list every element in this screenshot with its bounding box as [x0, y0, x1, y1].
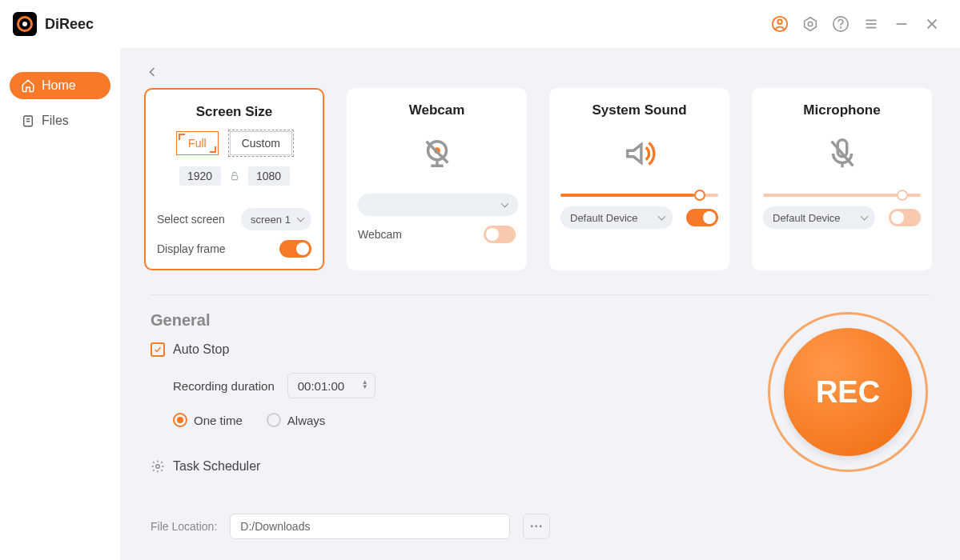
back-button[interactable]	[144, 64, 160, 80]
file-location-label: File Location:	[151, 520, 217, 533]
always-radio[interactable]: Always	[267, 413, 326, 427]
file-location-input[interactable]	[230, 514, 510, 539]
file-location-browse[interactable]: ···	[523, 514, 550, 539]
auto-stop-checkbox[interactable]	[151, 342, 165, 357]
full-screen-button[interactable]: Full	[176, 131, 219, 155]
sidebar-item-label: Files	[42, 114, 69, 128]
screen-size-title: Screen Size	[157, 104, 311, 120]
svg-marker-2	[805, 18, 817, 31]
duration-label: Recording duration	[173, 379, 275, 393]
sidebar: Home Files	[0, 48, 120, 560]
microphone-device-select[interactable]: Default Device	[763, 206, 875, 229]
main-panel: Screen Size Full Custom Select screen sc…	[120, 48, 960, 560]
system-sound-device-select[interactable]: Default Device	[560, 206, 673, 229]
system-sound-toggle[interactable]	[686, 209, 718, 226]
webcam-off-icon	[358, 130, 516, 178]
gear-icon	[151, 459, 165, 474]
sidebar-item-files[interactable]: Files	[10, 107, 110, 134]
settings-icon[interactable]	[801, 15, 819, 33]
height-input[interactable]	[248, 166, 290, 186]
microphone-slider[interactable]	[763, 194, 921, 197]
one-time-radio[interactable]: One time	[173, 413, 243, 427]
close-icon[interactable]	[923, 15, 941, 33]
screen-select[interactable]: screen 1	[241, 208, 311, 230]
minimize-icon[interactable]	[893, 15, 910, 33]
user-icon[interactable]	[771, 15, 789, 33]
microphone-card: Microphone Default Device	[752, 88, 932, 270]
record-button[interactable]: REC	[768, 312, 928, 472]
help-icon[interactable]	[832, 15, 850, 33]
microphone-off-icon	[763, 130, 921, 178]
screen-size-card: Screen Size Full Custom Select screen sc…	[144, 88, 324, 270]
webcam-card: Webcam Webcam	[347, 88, 527, 270]
sidebar-item-label: Home	[42, 78, 76, 93]
svg-point-5	[841, 27, 842, 28]
microphone-title: Microphone	[763, 102, 921, 118]
width-input[interactable]	[179, 166, 221, 186]
display-frame-toggle[interactable]	[279, 240, 311, 258]
files-icon	[21, 114, 35, 128]
menu-icon[interactable]	[862, 15, 880, 33]
titlebar: DiReec	[0, 0, 960, 48]
divider	[151, 294, 930, 295]
app-logo	[13, 12, 37, 36]
microphone-toggle[interactable]	[889, 209, 921, 226]
webcam-device-select[interactable]	[358, 194, 518, 216]
custom-size-button[interactable]: Custom	[230, 131, 292, 155]
svg-point-21	[156, 465, 160, 469]
duration-input[interactable]: 00:01:00 ▲▼	[287, 373, 376, 398]
app-title: DiReec	[45, 16, 94, 33]
select-screen-label: Select screen	[157, 213, 225, 226]
svg-rect-15	[231, 175, 237, 179]
duration-down[interactable]: ▼	[362, 386, 370, 390]
record-label: REC	[784, 328, 912, 456]
speaker-icon	[560, 130, 718, 178]
system-sound-title: System Sound	[560, 102, 718, 118]
sidebar-item-home[interactable]: Home	[10, 72, 110, 99]
home-icon	[21, 78, 35, 93]
auto-stop-label: Auto Stop	[173, 342, 229, 357]
webcam-toggle[interactable]	[484, 226, 516, 243]
display-frame-label: Display frame	[157, 242, 226, 255]
svg-point-1	[777, 20, 782, 25]
system-sound-slider[interactable]	[560, 194, 718, 197]
lock-icon[interactable]	[229, 170, 240, 182]
webcam-label: Webcam	[358, 228, 402, 241]
svg-point-3	[808, 22, 813, 26]
system-sound-card: System Sound Default Device	[549, 88, 729, 270]
webcam-title: Webcam	[358, 102, 516, 118]
